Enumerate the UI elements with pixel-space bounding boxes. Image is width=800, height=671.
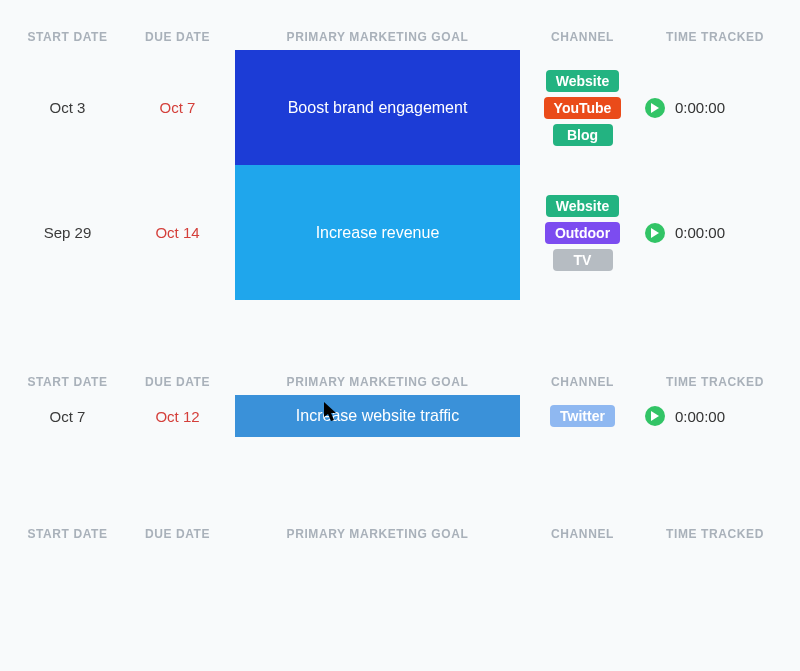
column-headers: START DATEDUE DATEPRIMARY MARKETING GOAL… — [0, 527, 800, 547]
header-start[interactable]: START DATE — [15, 527, 120, 541]
header-due[interactable]: DUE DATE — [120, 30, 235, 44]
channel-chip[interactable]: Outdoor — [545, 222, 620, 244]
goal-label: Boost brand engagement — [288, 99, 468, 117]
goal-label: Increase revenue — [316, 224, 440, 242]
start-date[interactable]: Oct 3 — [15, 99, 120, 116]
task-group: START DATEDUE DATEPRIMARY MARKETING GOAL… — [0, 0, 800, 300]
due-date[interactable]: Oct 12 — [120, 408, 235, 425]
header-start[interactable]: START DATE — [15, 375, 120, 389]
task-group: START DATEDUE DATEPRIMARY MARKETING GOAL… — [0, 437, 800, 547]
due-date[interactable]: Oct 7 — [120, 99, 235, 116]
channel-cell: WebsiteOutdoorTV — [520, 187, 645, 279]
channel-chip[interactable]: Blog — [553, 124, 613, 146]
header-channel[interactable]: CHANNEL — [520, 30, 645, 44]
header-goal[interactable]: PRIMARY MARKETING GOAL — [235, 527, 520, 541]
goal-card[interactable]: Increase revenue — [235, 165, 520, 300]
goal-card[interactable]: Increase website traffic — [235, 395, 520, 437]
due-date[interactable]: Oct 14 — [120, 224, 235, 241]
column-headers: START DATEDUE DATEPRIMARY MARKETING GOAL… — [0, 375, 800, 395]
time-value: 0:00:00 — [675, 224, 725, 241]
header-goal[interactable]: PRIMARY MARKETING GOAL — [235, 30, 520, 44]
column-headers: START DATEDUE DATEPRIMARY MARKETING GOAL… — [0, 30, 800, 50]
header-channel[interactable]: CHANNEL — [520, 375, 645, 389]
start-date[interactable]: Oct 7 — [15, 408, 120, 425]
goal-card[interactable]: Boost brand engagement — [235, 50, 520, 165]
time-tracked-cell: 0:00:00 — [645, 406, 785, 426]
table-row: Oct 7Oct 12Increase website trafficTwitt… — [0, 395, 800, 437]
task-group: START DATEDUE DATEPRIMARY MARKETING GOAL… — [0, 300, 800, 437]
play-timer-button[interactable] — [645, 223, 665, 243]
header-start[interactable]: START DATE — [15, 30, 120, 44]
header-due[interactable]: DUE DATE — [120, 375, 235, 389]
goal-label: Increase website traffic — [296, 407, 459, 425]
channel-chip[interactable]: Website — [546, 70, 619, 92]
channel-chip[interactable]: Twitter — [550, 405, 615, 427]
time-value: 0:00:00 — [675, 99, 725, 116]
header-time[interactable]: TIME TRACKED — [645, 30, 785, 44]
time-tracked-cell: 0:00:00 — [645, 98, 785, 118]
header-channel[interactable]: CHANNEL — [520, 527, 645, 541]
header-goal[interactable]: PRIMARY MARKETING GOAL — [235, 375, 520, 389]
table-row: Oct 3Oct 7Boost brand engagementWebsiteY… — [0, 50, 800, 165]
start-date[interactable]: Sep 29 — [15, 224, 120, 241]
header-due[interactable]: DUE DATE — [120, 527, 235, 541]
play-timer-button[interactable] — [645, 98, 665, 118]
time-tracked-cell: 0:00:00 — [645, 223, 785, 243]
channel-chip[interactable]: Website — [546, 195, 619, 217]
table-row: Sep 29Oct 14Increase revenueWebsiteOutdo… — [0, 165, 800, 300]
channel-chip[interactable]: YouTube — [544, 97, 622, 119]
play-timer-button[interactable] — [645, 406, 665, 426]
header-time[interactable]: TIME TRACKED — [645, 527, 785, 541]
channel-chip[interactable]: TV — [553, 249, 613, 271]
header-time[interactable]: TIME TRACKED — [645, 375, 785, 389]
channel-cell: WebsiteYouTubeBlog — [520, 62, 645, 154]
time-value: 0:00:00 — [675, 408, 725, 425]
channel-cell: Twitter — [520, 397, 645, 435]
